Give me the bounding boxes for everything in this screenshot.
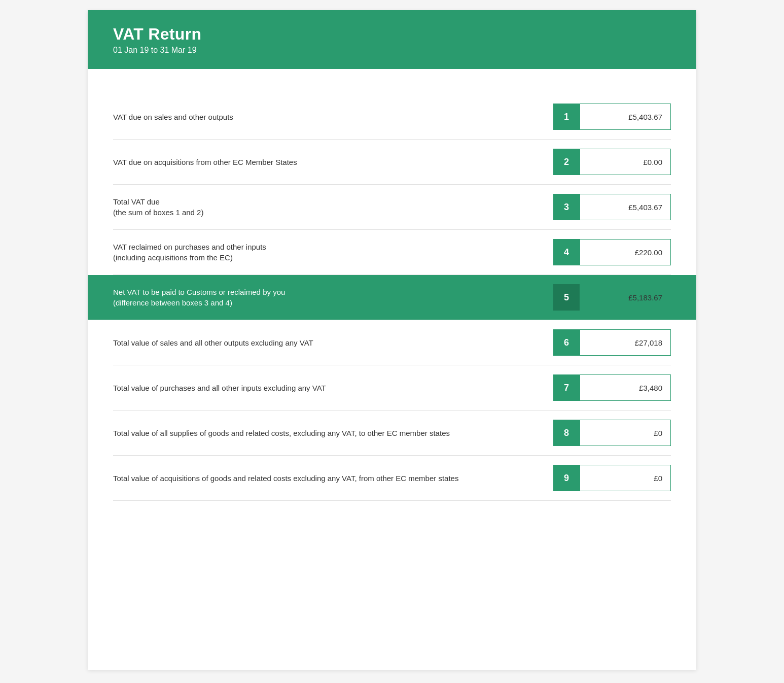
vat-row-3: Total VAT due(the sum of boxes 1 and 2)3… (113, 185, 671, 230)
vat-row-9: Total value of acquisitions of goods and… (113, 456, 671, 501)
box-number-5: 5 (553, 284, 580, 311)
row-label-8: Total value of all supplies of goods and… (113, 428, 553, 438)
vat-row-7: Total value of purchases and all other i… (113, 365, 671, 411)
box-value-7: £3,480 (580, 374, 671, 401)
row-label-6: Total value of sales and all other outpu… (113, 337, 553, 348)
vat-row-5: Net VAT to be paid to Customs or reclaim… (88, 275, 696, 320)
page-title: VAT Return (113, 24, 671, 44)
box-number-1: 1 (553, 104, 580, 130)
page-header: VAT Return 01 Jan 19 to 31 Mar 19 (88, 10, 696, 69)
box-value-6: £27,018 (580, 329, 671, 356)
box-number-6: 6 (553, 329, 580, 356)
box-number-9: 9 (553, 465, 580, 491)
box-value-4: £220.00 (580, 239, 671, 265)
row-label-3: Total VAT due(the sum of boxes 1 and 2) (113, 196, 553, 218)
page-subtitle: 01 Jan 19 to 31 Mar 19 (113, 46, 671, 55)
box-number-8: 8 (553, 420, 580, 446)
vat-row-4: VAT reclaimed on purchases and other inp… (113, 230, 671, 275)
box-number-2: 2 (553, 149, 580, 175)
box-value-9: £0 (580, 465, 671, 491)
page-container: VAT Return 01 Jan 19 to 31 Mar 19 VAT du… (88, 10, 696, 670)
vat-row-1: VAT due on sales and other outputs1£5,40… (113, 94, 671, 140)
box-value-3: £5,403.67 (580, 194, 671, 220)
box-number-7: 7 (553, 374, 580, 401)
box-value-5: £5,183.67 (580, 284, 671, 311)
vat-row-8: Total value of all supplies of goods and… (113, 411, 671, 456)
row-label-7: Total value of purchases and all other i… (113, 383, 553, 393)
row-label-9: Total value of acquisitions of goods and… (113, 473, 553, 484)
row-label-1: VAT due on sales and other outputs (113, 112, 553, 122)
row-label-5: Net VAT to be paid to Customs or reclaim… (113, 287, 553, 308)
box-number-3: 3 (553, 194, 580, 220)
box-value-1: £5,403.67 (580, 104, 671, 130)
row-label-2: VAT due on acquisitions from other EC Me… (113, 157, 553, 167)
vat-row-6: Total value of sales and all other outpu… (113, 320, 671, 365)
box-value-2: £0.00 (580, 149, 671, 175)
vat-row-2: VAT due on acquisitions from other EC Me… (113, 140, 671, 185)
row-label-4: VAT reclaimed on purchases and other inp… (113, 242, 553, 263)
box-value-8: £0 (580, 420, 671, 446)
main-content: VAT due on sales and other outputs1£5,40… (88, 89, 696, 526)
box-number-4: 4 (553, 239, 580, 265)
